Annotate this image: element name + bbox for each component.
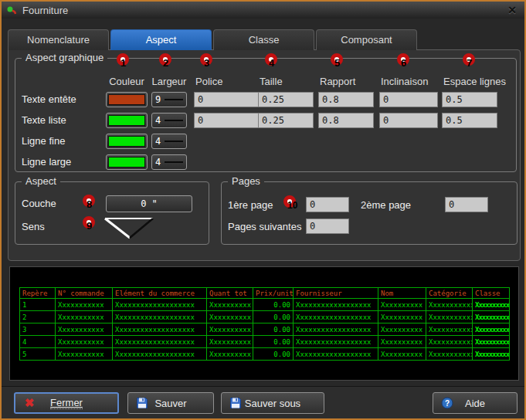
preview-cell: Xxxxxxxxxxxxxxxxxx (294, 336, 378, 348)
color-swatch-button[interactable] (106, 92, 148, 107)
preview-cell: Xxxxxxxxxxx (426, 348, 473, 361)
badge-8: 8 (83, 195, 95, 207)
preview-table: RepèreN° commandeElément du commerceQuan… (19, 287, 510, 361)
col-header-taille: Taille (260, 76, 283, 87)
preview-cell: Xxxxxxxxxx (207, 299, 253, 311)
preview-cell: Xxxxxxxxxxxxxxxxxxx (113, 311, 207, 323)
preview-row: 3XxxxxxxxxxxXxxxxxxxxxxxxxxxxxxXxxxxxxxx… (20, 323, 510, 336)
save-icon (136, 397, 148, 409)
preview-cell: Xxxxxxxxxx (207, 323, 253, 336)
color-swatch (108, 94, 145, 105)
preview-cell: Xxxxxxxxxxx (426, 323, 473, 336)
rapport-field[interactable]: 0.8 (318, 92, 374, 107)
preview-cell: 0.00 (253, 336, 294, 348)
pages-suivantes-field[interactable]: 0 (306, 218, 349, 234)
sauver-button[interactable]: Sauver (127, 392, 214, 414)
preview-cell: Xxxxxxxxxxxxxxxxxx (294, 311, 378, 323)
tab-composant[interactable]: Composant (316, 29, 417, 50)
inclinaison-field[interactable]: 0 (379, 92, 438, 107)
tab-aspect[interactable]: Aspect (110, 29, 212, 50)
sauver-sous-button[interactable]: Sauver sous (221, 392, 324, 414)
app-icon (6, 5, 18, 16)
largeur-combo[interactable]: 4 (151, 113, 187, 128)
group-pages: Pages 1ère page 10 0 2ème page 0 Pages s… (221, 181, 518, 245)
color-swatch-button[interactable] (106, 113, 148, 128)
preview-row: 1XxxxxxxxxxxXxxxxxxxxxxxxxxxxxxXxxxxxxxx… (20, 299, 510, 311)
row-label: Texte entête (22, 93, 76, 105)
taille-field[interactable]: 0.25 (258, 92, 314, 107)
police-field[interactable]: 0 (194, 113, 260, 128)
preview-cell: Xxxxxxxxxxx (56, 323, 113, 336)
preview-cell: Xxxxxxxxxxxxxxxxxxx (113, 323, 207, 336)
largeur-combo[interactable]: 4 (151, 134, 187, 149)
line-preview-icon (165, 141, 183, 142)
preview-cell: 0.00 (253, 323, 294, 336)
col-header-largeur: Largeur (148, 76, 190, 87)
badge-3: 3 (200, 53, 212, 66)
preview-cell: Xxxxxxxxxxxxxxxxxx (294, 348, 378, 361)
preview-cell: Xxxxxxxxxxx (56, 299, 113, 311)
tab-panel-aspect: Aspect graphique 1 2 3 4 5 6 7 Couleur L… (8, 49, 521, 261)
badge-2: 2 (159, 53, 171, 66)
badge-1: 1 (117, 53, 129, 66)
row-label: Ligne fine (22, 135, 65, 147)
sens-direction-widget[interactable] (102, 216, 161, 241)
preview-cell: 2 (20, 311, 56, 323)
premiere-page-field[interactable]: 0 (306, 197, 349, 212)
color-swatch (108, 157, 145, 168)
preview-cell: 3 (20, 323, 56, 336)
preview-cell: Xxxxxxxxxxx (426, 336, 473, 348)
preview-cell: 0.00 (253, 311, 294, 323)
preview-cell: Xxxxxxxxxxxxxxxxxxx (113, 299, 207, 311)
preview-cell: Xxxxxxxxxxxxxx (473, 323, 510, 336)
col-header-espace-lignes: Espace lignes (443, 76, 506, 87)
titlebar: Fourniture ✕ (2, 2, 524, 19)
preview-cell: Xxxxxxxxxx (378, 323, 426, 336)
preview-header-cell: Classe (473, 288, 510, 299)
largeur-combo[interactable]: 9 (151, 92, 187, 107)
badge-6: 6 (397, 53, 409, 66)
preview-cell: 0.00 (253, 299, 294, 311)
largeur-combo[interactable]: 4 (151, 154, 187, 170)
badge-9: 9 (83, 216, 95, 229)
preview-cell: Xxxxxxxxxxx (56, 336, 113, 348)
svg-text:?: ? (445, 399, 450, 408)
col-header-rapport: Rapport (320, 76, 355, 87)
row-ligne-fine: Ligne fine 4 (15, 134, 516, 149)
preview-cell: Xxxxxxxxxx (207, 336, 253, 348)
fermer-button[interactable]: ✖ Fermer (14, 392, 119, 414)
preview-cell: 0.00 (253, 348, 294, 361)
preview-row: 5XxxxxxxxxxxXxxxxxxxxxxxxxxxxxxXxxxxxxxx… (20, 348, 510, 361)
row-label: Texte liste (22, 114, 66, 126)
taille-field[interactable]: 0.25 (258, 113, 314, 128)
preview-cell: 5 (20, 348, 56, 361)
color-swatch-button[interactable] (106, 154, 148, 170)
inclinaison-field[interactable]: 0 (379, 113, 438, 128)
color-swatch-button[interactable] (106, 134, 148, 149)
badge-7: 7 (463, 53, 475, 66)
couche-button[interactable]: 0 " (106, 195, 192, 212)
rapport-field[interactable]: 0.8 (318, 113, 374, 128)
group-title: Pages (228, 175, 264, 187)
largeur-value: 4 (155, 136, 161, 147)
aide-button[interactable]: ? Aide (433, 392, 518, 414)
close-icon[interactable]: ✕ (504, 2, 520, 18)
preview-header-cell: Quant tot (207, 288, 253, 299)
espace-lignes-field[interactable]: 0.5 (442, 92, 497, 107)
preview-header-row: RepèreN° commandeElément du commerceQuan… (20, 288, 510, 299)
close-x-icon: ✖ (23, 397, 36, 409)
group-title: Aspect graphique (22, 52, 107, 63)
tab-nomenclature[interactable]: Nomenclature (8, 29, 109, 50)
police-field[interactable]: 0 (194, 92, 260, 107)
preview-header-cell: Repère (20, 288, 56, 299)
tab-classe[interactable]: Classe (213, 29, 314, 50)
deuxieme-page-field[interactable]: 0 (445, 197, 488, 212)
deuxieme-page-label: 2ème page (361, 199, 411, 211)
preview-cell: Xxxxxxxxxx (378, 348, 426, 361)
preview-cell: Xxxxxxxxxxx (426, 311, 473, 323)
espace-lignes-field[interactable]: 0.5 (442, 113, 497, 128)
help-icon: ? (441, 397, 453, 409)
dialog-fourniture: Fourniture ✕ Nomenclature Aspect Classe … (0, 0, 526, 420)
row-label: Ligne large (22, 156, 71, 168)
sens-label: Sens (22, 221, 45, 232)
